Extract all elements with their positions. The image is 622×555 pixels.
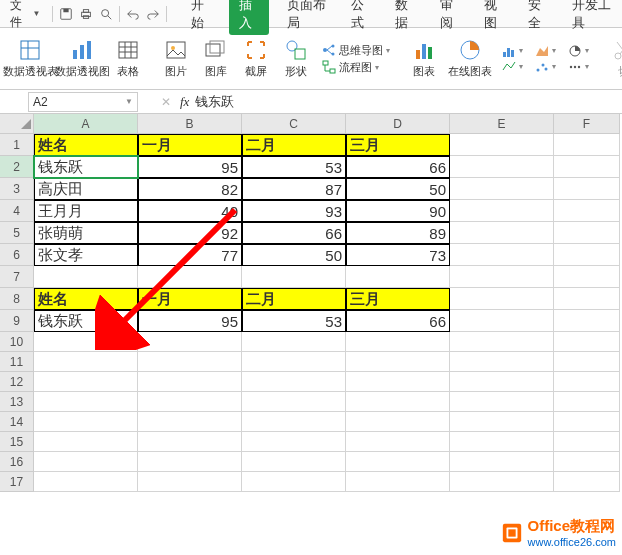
cell[interactable]: 53	[242, 310, 346, 332]
cell[interactable]	[554, 392, 620, 412]
cell[interactable]	[554, 332, 620, 352]
col-header-A[interactable]: A	[34, 114, 138, 134]
cell[interactable]	[346, 332, 450, 352]
mini-area-button[interactable]: ▾	[535, 44, 556, 58]
table-button[interactable]: 表格	[110, 32, 146, 85]
cell[interactable]	[450, 178, 554, 200]
col-header-B[interactable]: B	[138, 114, 242, 134]
active-cell[interactable]: 钱东跃	[34, 156, 138, 178]
cell[interactable]	[34, 432, 138, 452]
cell[interactable]	[242, 266, 346, 288]
row-header-9[interactable]: 9	[0, 310, 34, 332]
row-header-13[interactable]: 13	[0, 392, 34, 412]
cell[interactable]	[450, 472, 554, 492]
tab-security[interactable]: 安全	[522, 0, 554, 35]
cell[interactable]	[554, 432, 620, 452]
cell[interactable]: 50	[242, 244, 346, 266]
cell[interactable]	[138, 452, 242, 472]
cell[interactable]	[34, 332, 138, 352]
tab-data[interactable]: 数据	[389, 0, 421, 35]
cell[interactable]	[346, 432, 450, 452]
cell[interactable]	[346, 352, 450, 372]
cell[interactable]	[34, 372, 138, 392]
row-header-1[interactable]: 1	[0, 134, 34, 156]
cell[interactable]	[34, 352, 138, 372]
cell[interactable]	[138, 372, 242, 392]
cell[interactable]: 王月月	[34, 200, 138, 222]
cell[interactable]: 53	[242, 156, 346, 178]
col-header-F[interactable]: F	[554, 114, 620, 134]
row-header-8[interactable]: 8	[0, 288, 34, 310]
cell[interactable]: 姓名	[34, 288, 138, 310]
chart-button[interactable]: 图表	[406, 32, 442, 85]
cut-button[interactable]: 切	[605, 32, 622, 85]
cell[interactable]: 姓名	[34, 134, 138, 156]
cell[interactable]: 66	[346, 310, 450, 332]
mini-bar-button[interactable]: ▾	[502, 44, 523, 58]
cell[interactable]	[242, 472, 346, 492]
cell[interactable]: 40	[138, 200, 242, 222]
save-icon[interactable]	[59, 6, 73, 22]
cell[interactable]	[34, 266, 138, 288]
tab-formula[interactable]: 公式	[345, 0, 377, 35]
cell[interactable]	[554, 200, 620, 222]
cell[interactable]	[450, 452, 554, 472]
cell[interactable]	[554, 472, 620, 492]
cell[interactable]: 一月	[138, 288, 242, 310]
cell[interactable]	[450, 134, 554, 156]
row-header-6[interactable]: 6	[0, 244, 34, 266]
row-header-15[interactable]: 15	[0, 432, 34, 452]
cell[interactable]	[346, 412, 450, 432]
cell[interactable]: 一月	[138, 134, 242, 156]
cell[interactable]: 77	[138, 244, 242, 266]
cell[interactable]: 95	[138, 310, 242, 332]
row-header-5[interactable]: 5	[0, 222, 34, 244]
mini-line-button[interactable]: ▾	[502, 60, 523, 74]
cell[interactable]	[554, 156, 620, 178]
col-header-D[interactable]: D	[346, 114, 450, 134]
mindmap-button[interactable]: 思维导图▾	[322, 43, 390, 58]
cell[interactable]: 89	[346, 222, 450, 244]
cell[interactable]	[242, 452, 346, 472]
cell[interactable]: 三月	[346, 288, 450, 310]
mini-pie-button[interactable]: ▾	[568, 44, 589, 58]
cell[interactable]: 二月	[242, 288, 346, 310]
cell[interactable]: 50	[346, 178, 450, 200]
cell[interactable]	[346, 452, 450, 472]
cell[interactable]	[242, 392, 346, 412]
cell[interactable]	[242, 332, 346, 352]
cell[interactable]: 高庆田	[34, 178, 138, 200]
row-header-17[interactable]: 17	[0, 472, 34, 492]
cell[interactable]	[138, 392, 242, 412]
cell[interactable]	[138, 332, 242, 352]
picture-button[interactable]: 图片	[158, 32, 194, 85]
col-header-C[interactable]: C	[242, 114, 346, 134]
flowchart-button[interactable]: 流程图▾	[322, 60, 390, 75]
tab-home[interactable]: 开始	[185, 0, 217, 35]
cell[interactable]: 95	[138, 156, 242, 178]
cell[interactable]	[450, 288, 554, 310]
mini-scatter-button[interactable]: ▾	[535, 60, 556, 74]
cell[interactable]: 82	[138, 178, 242, 200]
cell[interactable]	[346, 266, 450, 288]
cell[interactable]	[554, 288, 620, 310]
cell[interactable]	[242, 372, 346, 392]
file-menu[interactable]: 文件 ▼	[4, 3, 46, 25]
cell[interactable]	[554, 222, 620, 244]
cell[interactable]	[138, 432, 242, 452]
shapes-button[interactable]: 形状	[278, 32, 314, 85]
cell[interactable]	[450, 352, 554, 372]
formula-cancel-icon[interactable]: ✕	[158, 94, 174, 110]
cell[interactable]	[554, 178, 620, 200]
row-header-3[interactable]: 3	[0, 178, 34, 200]
cell[interactable]	[450, 412, 554, 432]
cell[interactable]	[554, 134, 620, 156]
cell[interactable]	[450, 156, 554, 178]
redo-icon[interactable]	[146, 6, 160, 22]
formula-value[interactable]: 钱东跃	[195, 93, 234, 111]
tab-view[interactable]: 视图	[478, 0, 510, 35]
cell[interactable]	[450, 332, 554, 352]
cell[interactable]	[554, 244, 620, 266]
row-header-2[interactable]: 2	[0, 156, 34, 178]
print-icon[interactable]	[79, 6, 93, 22]
